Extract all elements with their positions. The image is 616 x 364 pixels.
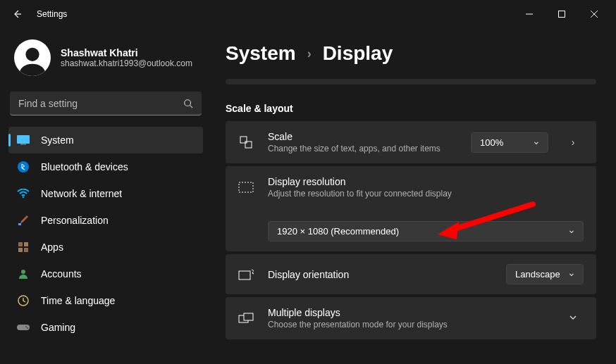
profile-email: shashwat.khatri1993@outlook.com <box>61 58 192 68</box>
nav-label: Gaming <box>41 322 75 333</box>
profile-section[interactable]: Shashwat Khatri shashwat.khatri1993@outl… <box>8 35 203 89</box>
section-title: Scale & layout <box>226 103 596 114</box>
search-box[interactable] <box>10 92 202 115</box>
nav-item-network[interactable]: Network & internet <box>8 180 203 207</box>
card-title: Display resolution <box>268 176 584 187</box>
expand-chevron[interactable] <box>562 313 584 325</box>
svg-rect-18 <box>245 142 252 148</box>
svg-rect-7 <box>18 223 21 225</box>
svg-rect-9 <box>24 242 28 246</box>
resolution-card: Display resolution Adjust the resolution… <box>226 166 596 251</box>
nav-item-time[interactable]: Time & language <box>8 287 203 314</box>
nav-item-apps[interactable]: Apps <box>8 234 203 261</box>
wifi-icon <box>17 187 30 200</box>
nav-label: System <box>41 134 74 146</box>
nav-list: System Bluetooth & devices Network & int… <box>8 127 203 341</box>
system-icon <box>17 134 30 146</box>
chevron-right-icon: › <box>307 46 312 61</box>
brush-icon <box>17 214 30 227</box>
svg-rect-0 <box>559 11 565 18</box>
svg-rect-4 <box>20 144 26 145</box>
apps-icon <box>17 241 30 253</box>
minimize-button[interactable] <box>513 3 546 25</box>
nav-label: Bluetooth & devices <box>41 161 128 172</box>
bluetooth-icon <box>17 161 30 173</box>
svg-rect-22 <box>244 313 253 320</box>
multiple-displays-card[interactable]: Multiple displays Choose the presentatio… <box>226 297 596 339</box>
window-controls <box>513 3 610 25</box>
svg-rect-17 <box>240 137 247 143</box>
orientation-card[interactable]: Display orientation Landscape <box>226 254 596 294</box>
sidebar: Shashwat Khatri shashwat.khatri1993@outl… <box>0 28 211 364</box>
svg-rect-11 <box>24 248 28 252</box>
person-icon <box>16 44 49 76</box>
accounts-icon <box>17 268 30 280</box>
nav-item-personalization[interactable]: Personalization <box>8 207 203 234</box>
svg-point-12 <box>21 270 25 274</box>
breadcrumb-parent[interactable]: System <box>226 42 296 65</box>
card-sub: Adjust the resolution to fit your connec… <box>268 189 584 199</box>
svg-point-1 <box>25 48 39 61</box>
nav-item-gaming[interactable]: Gaming <box>8 314 203 341</box>
minimize-icon <box>526 11 533 18</box>
nav-label: Apps <box>41 241 63 253</box>
scale-card[interactable]: Scale Change the size of text, apps, and… <box>226 121 596 163</box>
close-icon <box>591 11 598 18</box>
nav-label: Accounts <box>41 268 82 280</box>
orientation-icon <box>238 269 254 280</box>
search-input[interactable] <box>18 98 183 109</box>
back-button[interactable] <box>6 3 28 25</box>
maximize-icon <box>558 11 565 18</box>
svg-point-16 <box>27 327 28 329</box>
card-title: Multiple displays <box>268 307 548 318</box>
svg-point-6 <box>23 196 24 198</box>
svg-point-2 <box>185 99 191 106</box>
close-button[interactable] <box>578 3 610 25</box>
svg-point-15 <box>25 326 27 327</box>
nav-item-bluetooth[interactable]: Bluetooth & devices <box>8 153 203 180</box>
svg-rect-14 <box>17 325 30 330</box>
scale-icon <box>238 135 254 149</box>
card-title: Display orientation <box>268 269 492 280</box>
svg-rect-10 <box>18 248 23 252</box>
breadcrumb-current: Display <box>323 42 393 65</box>
svg-rect-20 <box>239 271 250 280</box>
breadcrumb: System › Display <box>226 42 596 65</box>
titlebar: Settings <box>0 0 616 28</box>
arrow-left-icon <box>11 8 23 20</box>
collapsed-card[interactable] <box>226 79 596 84</box>
chevron-down-icon <box>568 313 578 322</box>
scale-select[interactable]: 100% <box>471 132 548 153</box>
multiple-icon <box>238 313 254 324</box>
nav-label: Network & internet <box>41 188 122 199</box>
expand-arrow[interactable]: › <box>562 137 584 148</box>
nav-item-accounts[interactable]: Accounts <box>8 261 203 287</box>
window-title: Settings <box>37 9 67 19</box>
resolution-icon <box>238 182 254 193</box>
nav-item-system[interactable]: System <box>8 127 203 153</box>
maximize-button[interactable] <box>546 3 578 25</box>
card-title: Scale <box>268 131 457 142</box>
clock-icon <box>17 294 30 307</box>
content-area: System › Display Scale & layout Scale Ch… <box>211 28 616 364</box>
nav-label: Personalization <box>41 215 109 226</box>
avatar <box>14 39 51 76</box>
card-sub: Change the size of text, apps, and other… <box>268 144 457 153</box>
resolution-select[interactable]: 1920 × 1080 (Recommended) <box>268 221 584 241</box>
gaming-icon <box>17 321 30 334</box>
orientation-select[interactable]: Landscape <box>506 264 584 284</box>
card-sub: Choose the presentation mode for your di… <box>268 320 548 330</box>
search-icon <box>183 99 193 108</box>
svg-rect-3 <box>17 135 30 144</box>
svg-rect-8 <box>18 242 23 246</box>
profile-name: Shashwat Khatri <box>61 47 192 58</box>
nav-label: Time & language <box>41 295 115 306</box>
svg-rect-19 <box>239 182 253 192</box>
